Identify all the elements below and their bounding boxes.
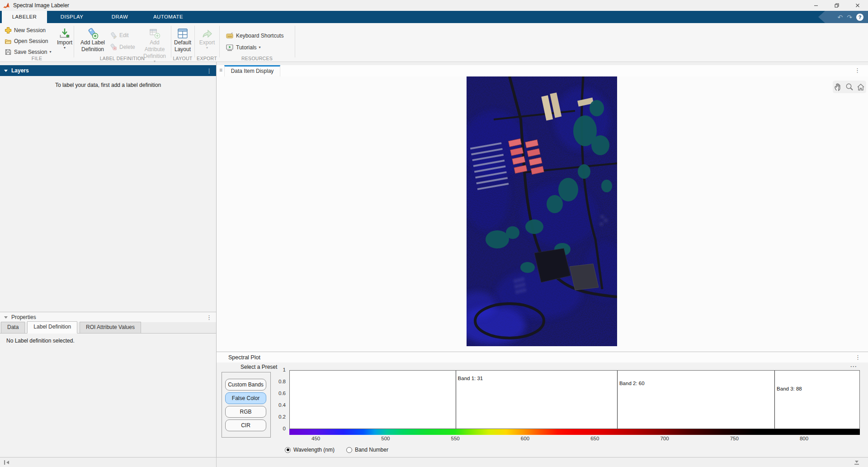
redo-icon[interactable]: ↷ [847,14,852,20]
close-button[interactable] [847,0,868,11]
add-attribute-definition-icon [149,28,160,39]
band-2-label: Band 2: 60 [619,381,645,386]
x-tick-label: 450 [311,436,320,441]
wavelength-radio-option[interactable]: Wavelength (nm) [285,447,335,453]
chevron-down-icon: ▾ [49,50,51,54]
radio-selected-icon[interactable] [285,447,291,453]
band-number-radio-option[interactable]: Band Number [346,447,388,453]
ribbon-toolbar: New Session Open Session Save Session ▾ … [0,23,868,62]
window-title: Spectral Image Labeler [13,2,69,9]
band-3-line[interactable] [774,371,775,429]
tab-data-item-display[interactable]: Data Item Display [224,65,280,76]
import-button[interactable]: Import ▾ [54,25,75,50]
collapse-triangle-icon[interactable] [4,70,8,72]
export-button[interactable]: Export ▾ [196,25,218,50]
group-label-file: FILE [0,56,74,61]
chevron-down-icon: ▾ [64,46,66,50]
properties-panel-title: Properties [11,314,36,320]
dock-panel-left-icon[interactable] [4,460,10,465]
tab-display[interactable]: DISPLAY [52,11,92,23]
layers-panel-body: To label your data, first add a label de… [0,76,216,312]
band-3-label: Band 3: 88 [777,386,802,391]
properties-message: No Label definition selected. [0,334,216,344]
properties-menu-kebab-icon[interactable]: ⋮ [206,315,212,320]
new-session-icon [5,27,12,34]
home-reset-icon[interactable] [856,82,865,91]
zoom-magnifier-icon[interactable] [845,82,854,91]
chevron-down-icon: ▾ [259,46,261,49]
x-tick-label: 650 [590,436,599,441]
spectral-plot-title: Spectral Plot [228,354,260,361]
minimize-button[interactable] [806,0,826,11]
tutorials-button[interactable]: Tutorials ▾ [226,43,261,52]
quick-access-toolbar: ↶ ↷ ? [818,11,868,23]
default-layout-icon [177,28,189,39]
spectral-menu-kebab-icon[interactable]: ⋮ [855,354,861,360]
y-tick-label: 1 [271,367,286,372]
x-tick-label: 600 [521,436,529,441]
spectral-plot-header[interactable]: Spectral Plot ⋮ [217,352,868,362]
default-layout-button[interactable]: Default Layout [172,25,193,53]
y-axis-ticks: 00.20.40.60.81 [273,370,287,429]
group-label-label-definition: LABEL DEFINITION [74,56,171,61]
band-2-line[interactable] [617,371,618,429]
statusbar [0,457,868,467]
preset-cir-button[interactable]: CIR [225,419,266,431]
delete-label-button[interactable]: Delete [110,42,135,52]
restore-button[interactable] [826,0,847,11]
layers-panel-header[interactable]: Layers ⋮ [0,65,216,76]
spectral-plot-body: Select a Preset Custom Bands False Color… [217,362,868,457]
pan-hand-icon[interactable] [834,82,843,91]
x-tick-label: 500 [381,436,390,441]
tab-labeler[interactable]: LABELER [2,11,47,23]
matlab-logo-icon [3,2,10,9]
y-tick-label: 0.6 [271,391,286,396]
add-label-definition-icon [87,28,99,39]
preset-false-color-button[interactable]: False Color [225,392,266,404]
viewer-menu-kebab-icon[interactable]: ⋮ [854,67,860,74]
help-icon[interactable]: ? [856,14,863,21]
edit-icon [110,32,117,39]
open-session-button[interactable]: Open Session [5,36,48,46]
group-label-export: EXPORT [194,56,219,61]
preset-group-box: Custom Bands False Color RGB CIR [222,372,271,438]
group-label-layout: LAYOUT [171,56,194,61]
viewer-content [217,76,868,352]
tab-data[interactable]: Data [1,322,25,333]
band-1-line[interactable] [456,371,456,429]
x-tick-label: 750 [730,436,739,441]
layers-empty-message: To label your data, first add a label de… [0,76,216,88]
edit-label-button[interactable]: Edit [110,30,129,40]
hyperspectral-image[interactable] [467,76,617,346]
radio-unselected-icon[interactable] [346,447,352,453]
tab-roi-attribute-values[interactable]: ROI Attribute Values [80,322,141,333]
spectral-plot-axes[interactable]: Band 1: 31 Band 2: 60 Band 3: 88 [289,370,860,429]
layers-panel-title: Layers [11,67,29,74]
tab-label-definition[interactable]: Label Definition [27,321,77,334]
layers-menu-kebab-icon[interactable]: ⋮ [206,68,212,74]
collapse-panel-down-icon[interactable] [854,460,860,465]
wavelength-spectrum-colorbar [289,429,860,435]
tutorials-icon [226,43,234,52]
delete-icon [110,43,117,51]
plot-options-ellipsis-icon[interactable]: ⋯ [850,362,857,371]
tab-draw[interactable]: DRAW [100,11,139,23]
collapse-triangle-icon[interactable] [4,316,8,319]
view-tools [833,81,866,93]
y-tick-label: 0.8 [271,379,286,384]
new-session-button[interactable]: New Session [5,25,46,35]
y-tick-label: 0.4 [271,402,286,408]
tab-automate[interactable]: AUTOMATE [146,11,191,23]
properties-panel-header[interactable]: Properties ⋮ [0,312,216,322]
export-icon [201,28,213,39]
preset-rgb-button[interactable]: RGB [225,406,266,418]
undo-icon[interactable]: ↶ [838,14,843,20]
properties-tabbar: Data Label Definition ROI Attribute Valu… [0,322,216,334]
keyboard-shortcuts-button[interactable]: Keyboard Shortcuts [226,31,283,41]
document-handle-icon[interactable]: ≡ [219,67,222,73]
preset-custom-bands-button[interactable]: Custom Bands [225,379,266,391]
x-tick-label: 700 [660,436,669,441]
add-label-definition-button[interactable]: Add Label Definition [78,25,108,53]
group-label-resources: RESOURCES [219,56,295,61]
keyboard-shortcuts-icon [226,32,234,40]
